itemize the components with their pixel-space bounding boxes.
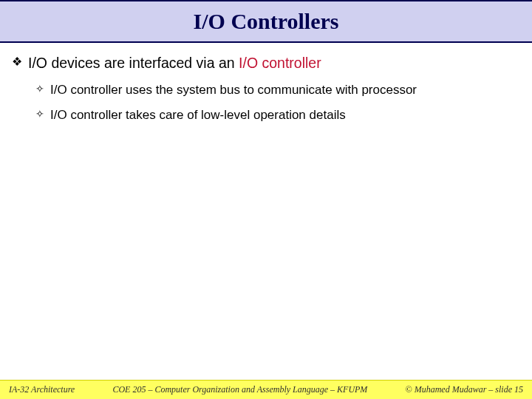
footer-center: COE 205 – Computer Organization and Asse… (75, 384, 405, 395)
diamond-bullet-icon: ❖ (12, 53, 22, 70)
sub-bullet-block: ✧ I/O controller uses the system bus to … (12, 81, 520, 124)
footer-left: IA-32 Architecture (9, 384, 75, 395)
title-band: I/O Controllers (0, 0, 532, 43)
main-bullet-text: I/O devices are interfaced via an I/O co… (28, 53, 321, 72)
footer-right: © Muhamed Mudawar – slide 15 (406, 384, 523, 395)
sub-bullet-row: ✧ I/O controller takes care of low-level… (35, 106, 520, 124)
sub-bullet-row: ✧ I/O controller uses the system bus to … (35, 81, 520, 99)
main-bullet-row: ❖ I/O devices are interfaced via an I/O … (12, 53, 520, 72)
content-area: ❖ I/O devices are interfaced via an I/O … (0, 43, 532, 124)
diamond-open-icon: ✧ (35, 81, 44, 97)
sub-bullet-text: I/O controller uses the system bus to co… (50, 81, 417, 99)
main-bullet-prefix: I/O devices are interfaced via an (28, 55, 239, 71)
sub-bullet-text: I/O controller takes care of low-level o… (50, 106, 346, 124)
main-bullet-highlight: I/O controller (239, 55, 321, 71)
diamond-open-icon: ✧ (35, 106, 44, 122)
footer-bar: IA-32 Architecture COE 205 – Computer Or… (0, 380, 532, 399)
slide-title: I/O Controllers (194, 9, 339, 34)
